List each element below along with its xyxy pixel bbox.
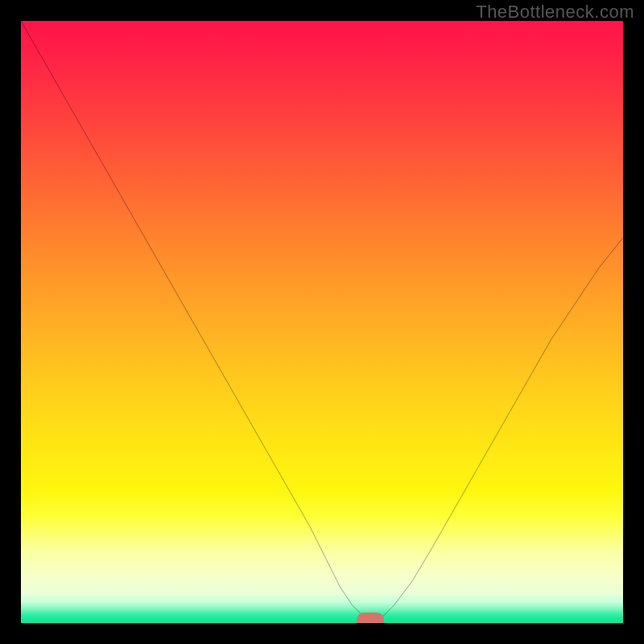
bottleneck-curve [21, 21, 623, 623]
curve-path [21, 21, 623, 623]
plot-area [21, 21, 623, 623]
watermark-text: TheBottleneck.com [476, 2, 634, 23]
chart-frame: TheBottleneck.com [0, 0, 644, 644]
optimum-marker [357, 613, 384, 623]
